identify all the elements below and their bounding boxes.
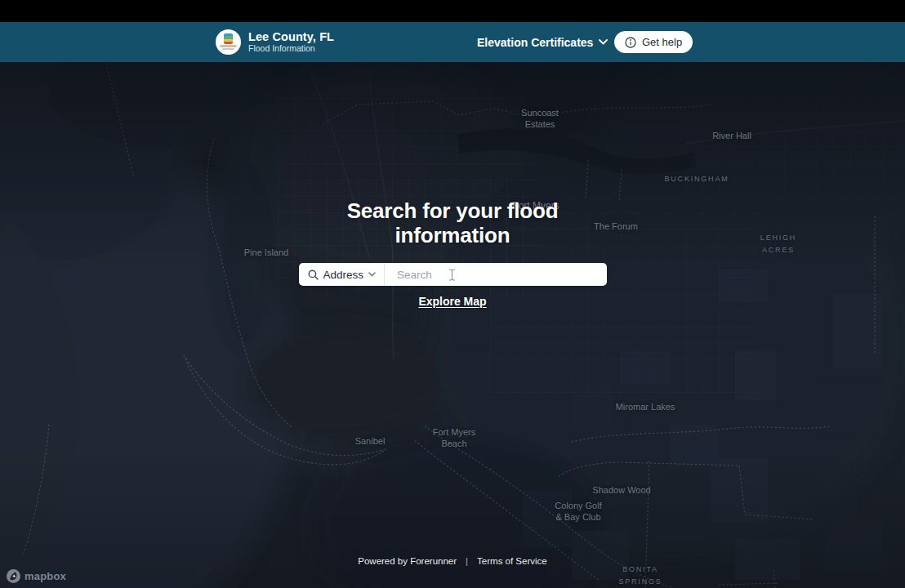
explore-map-link[interactable]: Explore Map — [418, 295, 486, 308]
info-icon — [625, 37, 636, 48]
top-black-bar — [0, 0, 905, 22]
county-title: Lee County, FL — [248, 30, 334, 43]
search-bar: Address — [299, 263, 607, 286]
brand: Lee County, FL Flood Information — [216, 22, 334, 62]
footer: Powered by Forerunner | Terms of Service — [0, 556, 905, 566]
lee-county-seal-icon — [216, 29, 241, 55]
county-subtitle: Flood Information — [248, 43, 334, 54]
elevation-certificates-label: Elevation Certificates — [477, 36, 593, 49]
search-mode-dropdown[interactable]: Address — [299, 263, 385, 286]
page-title: Search for your flood information — [318, 198, 587, 247]
app-header: Lee County, FL Flood Information Elevati… — [0, 22, 905, 62]
search-mode-label: Address — [323, 269, 364, 281]
search-input[interactable] — [385, 263, 606, 286]
get-help-label: Get help — [642, 36, 682, 48]
footer-divider: | — [466, 556, 468, 566]
chevron-down-icon — [599, 39, 608, 45]
hero-section: Search for your flood information Addres… — [0, 198, 905, 308]
elevation-certificates-dropdown[interactable]: Elevation Certificates — [477, 22, 608, 62]
text-cursor-icon — [448, 269, 456, 281]
terms-of-service-link[interactable]: Terms of Service — [477, 556, 547, 566]
mapbox-attribution[interactable]: mapbox — [7, 569, 66, 583]
mapbox-logo-icon — [7, 569, 20, 583]
app: Suncoast Estates River Hall BUCKINGHAM F… — [0, 0, 905, 588]
get-help-button[interactable]: Get help — [614, 31, 693, 53]
powered-by-forerunner-link[interactable]: Powered by Forerunner — [358, 556, 457, 566]
mapbox-wordmark: mapbox — [25, 570, 66, 582]
brand-text: Lee County, FL Flood Information — [248, 30, 334, 54]
search-icon — [308, 270, 319, 280]
chevron-down-icon — [368, 272, 376, 277]
